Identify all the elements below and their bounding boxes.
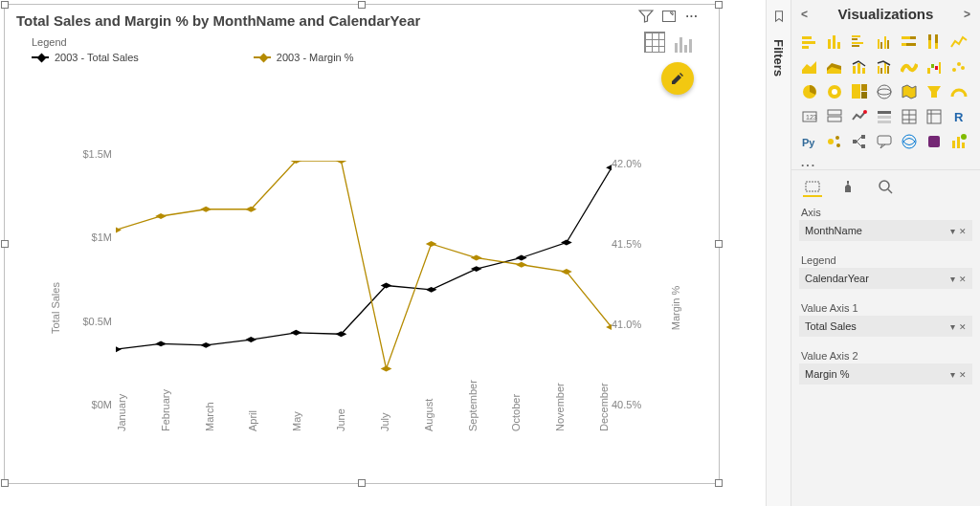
svg-rect-26 [802, 41, 815, 44]
line-stacked-column-icon[interactable] [849, 56, 870, 77]
arcgis-icon[interactable] [899, 131, 920, 152]
svg-rect-17 [291, 161, 302, 164]
format-tab-icon[interactable] [839, 178, 858, 197]
waterfall-icon[interactable] [924, 56, 945, 77]
gauge-icon[interactable] [948, 81, 969, 102]
svg-rect-78 [878, 111, 891, 114]
legend-marker-icon [254, 56, 271, 58]
multirow-card-icon[interactable] [824, 106, 845, 127]
svg-rect-98 [878, 136, 891, 144]
ribbon-chart-icon[interactable] [899, 56, 920, 77]
plot-area[interactable]: Total Sales Margin % $1.5M $1M $0.5M $0M… [24, 148, 703, 468]
custom-visual-icon[interactable] [948, 131, 969, 152]
svg-rect-52 [862, 68, 865, 74]
line-chart-icon[interactable] [948, 32, 969, 53]
table-icon[interactable] [899, 106, 920, 127]
chevron-down-icon[interactable] [950, 320, 955, 332]
clustered-column-icon[interactable] [874, 32, 895, 53]
svg-point-63 [961, 66, 965, 70]
fields-tab-icon[interactable] [803, 178, 822, 197]
line-clustered-column-icon[interactable] [874, 56, 895, 77]
python-visual-icon[interactable]: Py [799, 131, 820, 152]
decomposition-tree-icon[interactable] [849, 131, 870, 152]
svg-rect-30 [837, 42, 840, 49]
svg-rect-68 [861, 84, 867, 91]
analytics-tab-icon[interactable] [876, 178, 895, 197]
slicer-icon[interactable] [874, 106, 895, 127]
chevron-down-icon[interactable] [950, 273, 955, 284]
clustered-bar-icon[interactable] [849, 32, 870, 53]
svg-point-61 [952, 68, 956, 72]
resize-handle[interactable] [715, 240, 723, 248]
more-visuals-icon[interactable]: ... [791, 156, 980, 169]
svg-rect-2 [155, 341, 167, 346]
map-icon[interactable] [874, 81, 895, 102]
legend-field-well[interactable]: CalendarYear [799, 268, 972, 289]
hundred-stacked-column-icon[interactable] [924, 32, 945, 53]
more-options-icon[interactable] [684, 9, 700, 24]
remove-field-icon[interactable] [959, 320, 967, 332]
expand-filters-icon[interactable] [772, 10, 786, 26]
powerapps-icon[interactable] [924, 131, 945, 152]
chevron-down-icon[interactable] [950, 225, 955, 236]
legend-item[interactable]: 2003 - Total Sales [32, 52, 139, 63]
edit-fab-button[interactable] [661, 62, 694, 95]
card-icon[interactable]: 123 [799, 106, 820, 127]
stacked-bar-icon[interactable] [799, 32, 820, 53]
axis-field-well[interactable]: MonthName [799, 220, 972, 241]
svg-rect-100 [928, 136, 940, 147]
treemap-icon[interactable] [849, 81, 870, 102]
resize-handle[interactable] [1, 479, 9, 487]
stacked-area-icon[interactable] [824, 56, 845, 77]
svg-text:R: R [954, 110, 964, 124]
matrix-icon[interactable] [924, 106, 945, 127]
resize-handle[interactable] [358, 479, 366, 487]
r-visual-icon[interactable]: R [948, 106, 969, 127]
report-canvas[interactable]: Total Sales and Margin % by MonthName an… [0, 0, 766, 506]
qa-visual-icon[interactable] [874, 131, 895, 152]
collapse-pane-icon[interactable]: < [801, 8, 808, 21]
svg-rect-23 [561, 269, 572, 275]
filter-icon[interactable] [638, 9, 654, 24]
legend-label: 2003 - Margin % [277, 52, 354, 63]
resize-handle[interactable] [1, 240, 9, 248]
resize-handle[interactable] [1, 1, 9, 9]
svg-rect-35 [878, 39, 880, 49]
drill-bars-icon[interactable] [675, 32, 696, 53]
area-chart-icon[interactable] [799, 56, 820, 77]
chevron-down-icon[interactable] [950, 368, 955, 380]
scatter-icon[interactable] [948, 56, 969, 77]
resize-handle[interactable] [358, 1, 366, 9]
resize-handle[interactable] [715, 479, 723, 487]
svg-rect-31 [852, 35, 860, 37]
legend-item[interactable]: 2003 - Margin % [254, 52, 354, 63]
funnel-icon[interactable] [924, 81, 945, 102]
remove-field-icon[interactable] [959, 273, 967, 284]
svg-rect-102 [957, 137, 960, 148]
stacked-column-icon[interactable] [824, 32, 845, 53]
key-influencers-icon[interactable] [824, 131, 845, 152]
filled-map-icon[interactable] [899, 81, 920, 102]
remove-field-icon[interactable] [959, 368, 967, 380]
svg-rect-93 [853, 140, 857, 143]
filters-pane-collapsed[interactable]: Filters [766, 0, 791, 506]
svg-rect-85 [927, 110, 941, 123]
focus-mode-icon[interactable] [661, 9, 677, 24]
chart-visual[interactable]: Total Sales and Margin % by MonthName an… [4, 4, 720, 484]
remove-field-icon[interactable] [959, 225, 967, 236]
data-table-icon[interactable] [644, 32, 665, 53]
pie-icon[interactable] [799, 81, 820, 102]
resize-handle[interactable] [715, 1, 723, 9]
hundred-stacked-bar-icon[interactable] [899, 32, 920, 53]
value-axis-1-field-well[interactable]: Total Sales [799, 316, 972, 337]
kpi-icon[interactable] [849, 106, 870, 127]
svg-line-96 [857, 137, 861, 142]
svg-rect-14 [155, 213, 167, 219]
svg-rect-58 [931, 64, 934, 68]
expand-pane-icon[interactable]: > [964, 8, 970, 21]
value-axis-2-field-well[interactable]: Margin % [799, 363, 972, 385]
svg-text:Py: Py [802, 137, 815, 148]
donut-icon[interactable] [824, 81, 845, 102]
svg-point-62 [957, 62, 961, 66]
field-name: CalendarYear [805, 273, 869, 284]
